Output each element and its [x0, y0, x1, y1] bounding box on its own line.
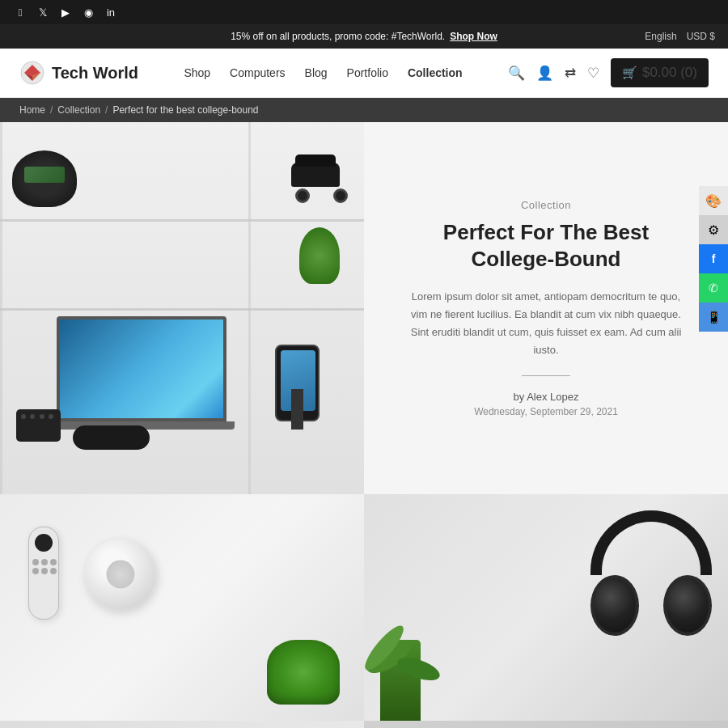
nav-collection[interactable]: Collection: [408, 66, 463, 79]
nav-computers[interactable]: Computers: [230, 66, 285, 79]
battery-pack: [73, 425, 150, 450]
headphones: [590, 510, 712, 636]
hero-text-panel: Collection Perfect For The Best College-…: [364, 122, 728, 494]
round-speaker: [85, 539, 156, 610]
page-content: Collection Perfect For The Best College-…: [0, 122, 728, 728]
cart-button[interactable]: 🛒 $0.00 (0): [611, 58, 709, 87]
social-icons-group:  𝕏 ▶ ◉ in: [13, 5, 118, 19]
strip-right: [364, 721, 728, 728]
color-picker-button[interactable]: 🎨: [699, 186, 728, 215]
rc-car: [291, 163, 352, 203]
brand-name: Tech World: [52, 64, 138, 83]
brand-logo[interactable]: Tech World: [19, 60, 138, 86]
announcement-bar: 15% off on all products, promo code: #Te…: [0, 24, 728, 49]
nav-portfolio[interactable]: Portfolio: [347, 66, 388, 79]
shelf-vertical-right: [248, 122, 251, 494]
logo-icon: [19, 60, 45, 86]
instagram-social-icon[interactable]: ◉: [81, 5, 95, 19]
bottom-image-grid: [0, 494, 728, 721]
grid-image-right: [364, 494, 728, 721]
linkedin-social-icon[interactable]: in: [104, 5, 118, 19]
twitter-social-icon[interactable]: 𝕏: [36, 5, 50, 19]
currency-selector[interactable]: USD $: [687, 31, 715, 42]
shop-now-link[interactable]: Shop Now: [450, 31, 497, 42]
breadcrumb-sep2: /: [105, 104, 108, 116]
hero-description: Lorem ipsum dolor sit amet, antiopam dem…: [408, 288, 684, 359]
announcement-text: 15% off on all products, promo code: #Te…: [231, 31, 445, 42]
search-icon[interactable]: 🔍: [508, 65, 525, 82]
breadcrumb: Home / Collection / Perfect for the best…: [0, 98, 728, 122]
hero-date: Wednesday, September 29, 2021: [474, 406, 618, 417]
facebook-float-button[interactable]: f: [699, 244, 728, 273]
small-speaker: [16, 409, 61, 442]
facebook-social-icon[interactable]: : [13, 5, 28, 19]
hero-title: Perfect For The Best College-Bound: [404, 219, 688, 274]
helmet-visor: [24, 167, 65, 183]
phone-stand: [291, 389, 303, 430]
breadcrumb-home[interactable]: Home: [19, 104, 45, 116]
nav-blog[interactable]: Blog: [305, 66, 328, 79]
whatsapp-float-button[interactable]: ✆: [699, 273, 728, 303]
phone-float-button[interactable]: 📱: [699, 303, 728, 332]
helmet-decoration: [12, 150, 77, 207]
main-nav: Shop Computers Blog Portfolio Collection: [184, 66, 462, 79]
breadcrumb-current: Perfect for the best college-bound: [112, 104, 258, 116]
cart-total: $0.00 (0): [642, 65, 697, 81]
cart-icon: 🛒: [622, 66, 637, 80]
strip-left: [0, 721, 364, 728]
compare-icon[interactable]: ⇄: [565, 65, 576, 82]
palm-plant: [380, 640, 421, 721]
hero-image: [0, 122, 364, 494]
wishlist-icon[interactable]: ♡: [587, 65, 599, 82]
settings-button[interactable]: ⚙: [699, 215, 728, 244]
plant: [299, 227, 340, 300]
bottom-strip: [0, 721, 728, 728]
remote-control: [28, 527, 59, 620]
user-icon[interactable]: 👤: [536, 65, 553, 82]
hero-category-label: Collection: [521, 199, 571, 211]
header-icons: 🔍 👤 ⇄ ♡ 🛒 $0.00 (0): [508, 58, 709, 87]
laptop: [57, 316, 235, 430]
shelf-line-bottom: [0, 308, 364, 311]
breadcrumb-collection[interactable]: Collection: [57, 104, 100, 116]
top-utility-bar:  𝕏 ▶ ◉ in: [0, 0, 728, 24]
grid-image-left: [0, 494, 364, 721]
shelf-bg: [0, 122, 364, 494]
shelf-vertical-left: [0, 122, 2, 494]
hero-divider: [522, 375, 570, 376]
main-header: Tech World Shop Computers Blog Portfolio…: [0, 49, 728, 98]
shelf-line-top: [0, 219, 364, 222]
hero-author: by Alex Lopez: [514, 391, 579, 403]
nav-shop[interactable]: Shop: [184, 66, 210, 79]
breadcrumb-sep1: /: [50, 104, 53, 116]
floating-sidebar: 🎨 ⚙ f ✆ 📱: [699, 186, 728, 332]
succulent: [267, 640, 340, 705]
hero-section: Collection Perfect For The Best College-…: [0, 122, 728, 494]
language-selector[interactable]: English: [645, 31, 676, 42]
youtube-social-icon[interactable]: ▶: [58, 5, 73, 19]
